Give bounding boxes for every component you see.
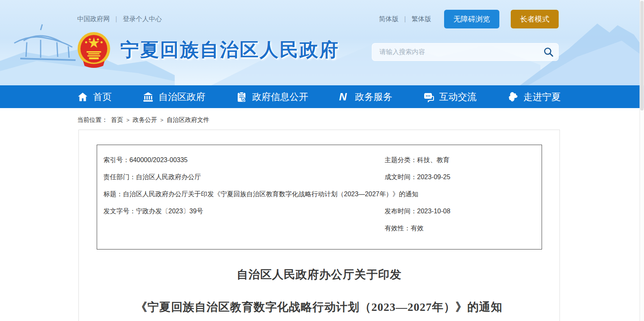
- site-brand[interactable]: 宁夏回族自治区人民政府: [77, 32, 339, 68]
- meta-validity: 有效性：有效: [385, 220, 535, 237]
- nav-item-government-services[interactable]: N 政务服务: [339, 91, 392, 103]
- gov-cn-link[interactable]: 中国政府网: [77, 15, 110, 24]
- document-title-block: 自治区人民政府办公厅关于印发 《宁夏回族自治区教育数字化战略行动计划（2023—…: [79, 269, 559, 321]
- ningxia-map-icon: [507, 91, 518, 102]
- document-meta-box: 索引号：640000/2023-00335 主题分类：科技、教育 责任部门：自治…: [97, 145, 542, 249]
- breadcrumb-item-home[interactable]: 首页: [111, 116, 123, 124]
- document-title-line-2: 《宁夏回族自治区教育数字化战略行动计划（2023—2027年）》的通知: [79, 301, 559, 313]
- nav-item-info-disclosure[interactable]: 政府信息公开: [236, 91, 308, 103]
- nav-label: 自治区政府: [158, 91, 205, 103]
- national-emblem-icon: [77, 32, 111, 68]
- breadcrumb-item-disclosure[interactable]: 政务公开: [133, 116, 157, 124]
- search-icon[interactable]: [543, 47, 554, 57]
- nav-label: 首页: [93, 91, 112, 103]
- login-personal-center-link[interactable]: 登录个人中心: [123, 15, 162, 24]
- document-panel: 索引号：640000/2023-00335 主题分类：科技、教育 责任部门：自治…: [78, 130, 560, 321]
- main-nav: 首页 自治区政府 政: [0, 85, 644, 108]
- nav-label: 政务服务: [355, 91, 392, 103]
- search-box: [372, 43, 559, 61]
- breadcrumb-label: 当前位置：: [77, 116, 108, 124]
- meta-index-number: 索引号：640000/2023-00335: [104, 152, 385, 169]
- lang-separator: |: [404, 15, 406, 23]
- traditional-chinese-link[interactable]: 繁体版: [412, 15, 431, 24]
- breadcrumb-separator: >: [126, 117, 130, 123]
- site-header: 中国政府网 | 登录个人中心 简体版 | 繁体版 无障碍浏览 长者模式: [0, 0, 644, 85]
- meta-topic-category: 主题分类：科技、教育: [385, 152, 535, 169]
- nav-label: 互动交流: [439, 91, 477, 103]
- scrollbar-thumb[interactable]: [640, 1, 644, 111]
- meta-publish-date: 发布时间：2023-10-08: [385, 203, 535, 220]
- government-building-icon: [143, 91, 154, 102]
- elder-mode-button[interactable]: 长者模式: [511, 10, 559, 28]
- meta-written-date: 成文时间：2023-09-25: [385, 169, 535, 186]
- meta-document-number: 发文字号：宁政办发〔2023〕39号: [104, 203, 385, 220]
- services-n-icon: N: [339, 91, 350, 102]
- info-disclosure-clipboard-icon: [236, 91, 247, 102]
- topbar: 中国政府网 | 登录个人中心 简体版 | 繁体版 无障碍浏览 长者模式: [0, 10, 644, 28]
- vertical-scrollbar[interactable]: [640, 0, 644, 321]
- breadcrumb-separator: >: [160, 117, 164, 123]
- nav-item-home[interactable]: 首页: [77, 91, 112, 103]
- chat-bubble-icon: [423, 91, 434, 102]
- page: 中国政府网 | 登录个人中心 简体版 | 繁体版 无障碍浏览 长者模式: [0, 0, 644, 321]
- nav-label: 走进宁夏: [523, 91, 561, 103]
- simplified-chinese-link[interactable]: 简体版: [379, 15, 399, 24]
- topbar-separator: |: [115, 15, 117, 23]
- nav-item-interaction[interactable]: 互动交流: [423, 91, 477, 103]
- nav-label: 政府信息公开: [252, 91, 308, 103]
- nav-item-regional-government[interactable]: 自治区政府: [143, 91, 205, 103]
- accessibility-browse-button[interactable]: 无障碍浏览: [444, 10, 499, 28]
- breadcrumb: 当前位置： 首页 > 政务公开 > 自治区政府文件: [77, 116, 644, 124]
- breadcrumb-item-current: 自治区政府文件: [167, 116, 209, 124]
- site-title: 宁夏回族自治区人民政府: [120, 37, 339, 63]
- home-icon: [77, 91, 88, 102]
- nav-item-enter-ningxia[interactable]: 走进宁夏: [507, 91, 561, 103]
- meta-responsible-department: 责任部门：自治区人民政府办公厅: [104, 169, 385, 186]
- search-input[interactable]: [372, 43, 559, 61]
- meta-document-title: 标题：自治区人民政府办公厅关于印发《宁夏回族自治区教育数字化战略行动计划（202…: [104, 186, 535, 203]
- meta-empty-cell: [104, 220, 385, 237]
- document-title-line-1: 自治区人民政府办公厅关于印发: [79, 269, 559, 280]
